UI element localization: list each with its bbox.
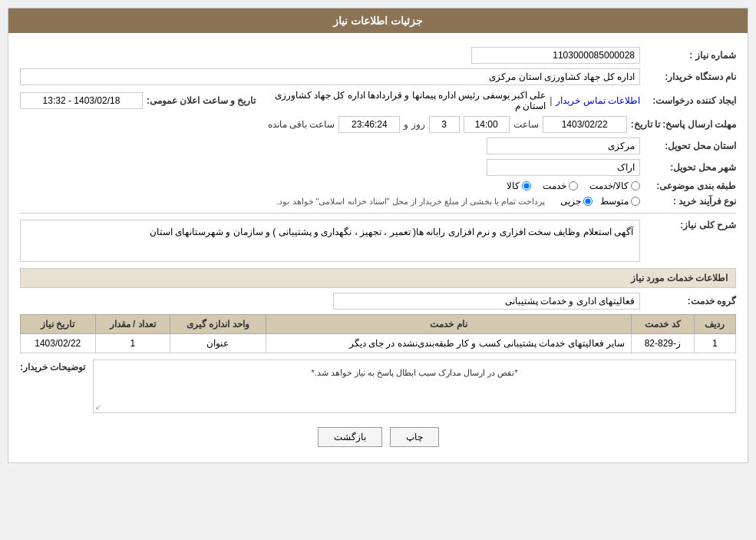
- city-label: شهر محل تحویل:: [644, 162, 736, 173]
- col-header-qty: تعداد / مقدار: [95, 315, 170, 334]
- description-label: شرح کلی نیاز:: [644, 220, 736, 230]
- buyer-name-label: نام دستگاه خریدار:: [644, 71, 736, 82]
- back-button[interactable]: بازگشت: [318, 427, 382, 447]
- response-days: 3: [429, 116, 460, 133]
- col-header-row: ردیف: [694, 315, 735, 334]
- response-time: 14:00: [464, 116, 510, 133]
- response-time-label: ساعت: [513, 119, 539, 130]
- announce-label: تاریخ و ساعت اعلان عمومی:: [147, 95, 256, 106]
- buyer-desc-row: *نقص در ارسال مدارک سبب ابطال پاسخ به نی…: [20, 359, 736, 413]
- page-header: جزئیات اطلاعات نیاز: [8, 8, 748, 33]
- page-title: جزئیات اطلاعات نیاز: [333, 15, 423, 27]
- buyer-desc-note: *نقص در ارسال مدارک سبب ابطال پاسخ به نی…: [97, 364, 731, 382]
- cell-row: 1: [694, 334, 735, 353]
- purchase-note: پرداخت تمام یا بخشی از مبلغ خریدار از مح…: [276, 197, 545, 207]
- col-header-unit: واحد اندازه گیری: [170, 315, 266, 334]
- radio-jozi-label: جزیی: [560, 196, 581, 207]
- response-date: 1403/02/22: [543, 116, 627, 133]
- cell-qty: 1: [95, 334, 170, 353]
- buyer-name-value: اداره کل جهاد کشاورزی استان مرکزی: [20, 68, 640, 85]
- response-deadline-label: مهلت ارسال پاسخ: تا تاریخ:: [631, 119, 736, 130]
- table-row: 1 ز-829-82 سایر فعالیتهای خدمات پشتیبانی…: [21, 334, 736, 353]
- cell-code: ز-829-82: [632, 334, 694, 353]
- resize-handle: ↙: [95, 403, 101, 411]
- col-header-date: تاریخ نیاز: [21, 315, 96, 334]
- radio-kala-label: کالا: [507, 181, 520, 191]
- button-row: چاپ بازگشت: [20, 419, 736, 455]
- radio-kala[interactable]: کالا: [507, 181, 531, 191]
- radio-khadamat-label: خدمت: [543, 181, 566, 191]
- cell-unit: عنوان: [170, 334, 266, 353]
- creator-separator: |: [550, 95, 552, 106]
- category-label: طبقه بندی موضوعی:: [644, 181, 736, 191]
- creator-label: ایجاد کننده درخواست:: [644, 95, 736, 106]
- announce-datetime: 1403/02/18 - 13:32: [20, 92, 143, 109]
- creator-value: علی اکبر یوسفی رئیس اداره پیمانها و قرار…: [271, 90, 546, 111]
- description-value: آگهی استعلام وظایف سخت افزاری و نرم افزا…: [20, 220, 640, 262]
- radio-motavaset[interactable]: متوسط: [600, 196, 640, 207]
- col-header-name: نام خدمت: [266, 315, 631, 334]
- radio-kala-khadamat[interactable]: کالا/خدمت: [589, 181, 640, 191]
- province-value: مرکزی: [487, 137, 640, 154]
- city-value: اراک: [487, 159, 640, 176]
- response-days-label: روز و: [404, 119, 424, 130]
- buyer-desc-box: *نقص در ارسال مدارک سبب ابطال پاسخ به نی…: [93, 359, 736, 413]
- print-button[interactable]: چاپ: [390, 427, 439, 447]
- radio-motavaset-label: متوسط: [600, 196, 629, 207]
- separator-1: [20, 213, 736, 214]
- radio-kala-khadamat-label: کالا/خدمت: [589, 181, 629, 191]
- response-remaining-label: ساعت باقی مانده: [268, 119, 335, 130]
- col-header-code: کد خدمت: [632, 315, 694, 334]
- response-remaining: 23:46:24: [338, 116, 400, 133]
- services-table: ردیف کد خدمت نام خدمت واحد اندازه گیری ت…: [20, 314, 736, 353]
- cell-date: 1403/02/22: [21, 334, 96, 353]
- buyer-desc-label: توضیحات خریدار:: [20, 359, 85, 413]
- cell-name: سایر فعالیتهای خدمات پشتیبانی کسب و کار …: [266, 334, 631, 353]
- service-group-value: فعالیتهای اداری و خدمات پشتیبانی: [333, 293, 640, 310]
- purchase-type-label: نوع فرآیند خرید :: [644, 196, 736, 207]
- radio-jozi[interactable]: جزیی: [560, 196, 593, 207]
- need-number-label: شماره نیاز :: [644, 50, 736, 61]
- province-label: استان محل تحویل:: [644, 141, 736, 151]
- service-group-label: گروه خدمت:: [644, 296, 736, 306]
- creator-link[interactable]: اطلاعات تماس خریدار: [556, 95, 640, 106]
- radio-khadamat[interactable]: خدمت: [543, 181, 578, 191]
- need-number-value: 1103000085000028: [471, 47, 640, 64]
- services-section-header: اطلاعات خدمات مورد نیاز: [20, 268, 736, 288]
